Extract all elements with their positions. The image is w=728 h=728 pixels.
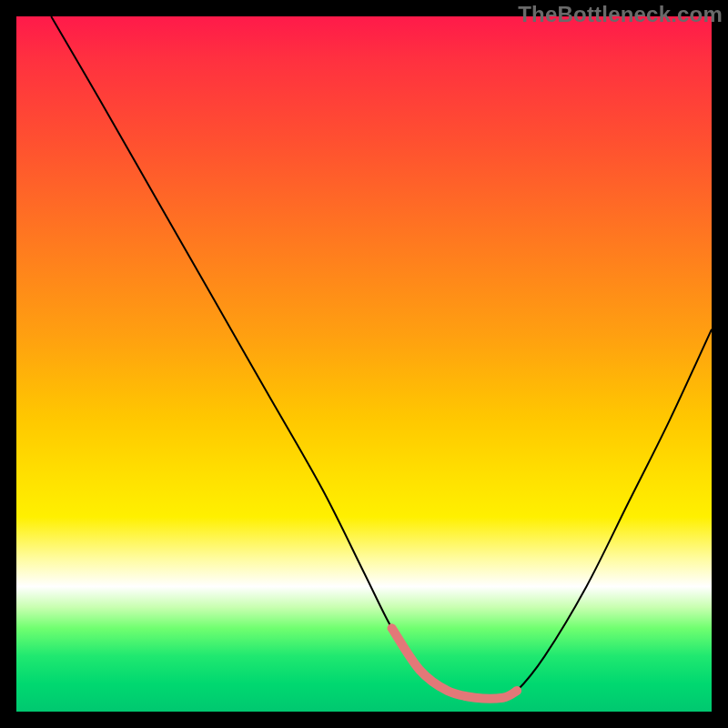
chart-curve-layer — [0, 0, 728, 728]
series-optimal-zone-highlight — [392, 628, 518, 698]
chart-stage: TheBottleneck.com — [0, 0, 728, 728]
attribution-label: TheBottleneck.com — [518, 2, 723, 27]
series-bottleneck-curve — [51, 16, 712, 699]
